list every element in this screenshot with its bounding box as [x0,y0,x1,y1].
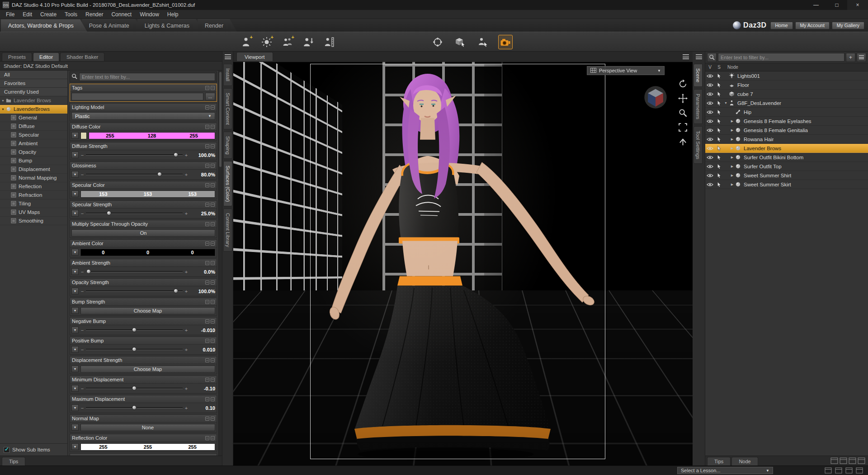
decrement-button[interactable]: − [80,152,84,158]
zoom-icon[interactable] [678,108,688,118]
dock-tab-shaping[interactable]: Shaping [223,132,232,159]
lesson-pager-icon[interactable] [835,467,843,474]
figure-selection-tool-icon[interactable] [476,35,490,49]
param-settings-icon[interactable] [205,436,209,440]
param-options-icon[interactable] [211,144,215,148]
orbit-icon[interactable] [678,79,688,89]
increment-button[interactable]: + [184,211,188,216]
param-settings-icon[interactable] [205,144,209,148]
param-options-icon[interactable] [211,417,215,421]
expand-arrow-icon[interactable]: ▼ [723,101,729,104]
param-options-icon[interactable] [211,222,215,226]
activity-tab-render[interactable]: Render [198,19,237,32]
slider-track[interactable] [86,388,183,389]
tab-viewport[interactable]: Viewport [236,52,273,61]
param-options-icon[interactable] [211,242,215,246]
pointer-icon[interactable] [715,155,723,160]
param-options-icon[interactable] [211,397,215,401]
scene-node-lavender-brows[interactable]: ▶Lavender Brows [705,144,868,153]
param-settings-icon[interactable] [205,280,209,285]
filter-all[interactable]: All [0,71,67,79]
pointer-icon[interactable] [715,146,723,151]
menu-file[interactable]: File [2,10,19,19]
param-options-icon[interactable] [211,86,215,90]
param-settings-icon[interactable] [205,417,209,421]
expand-arrow-icon[interactable]: ▶ [729,165,735,168]
menu-create[interactable]: Create [36,10,61,19]
param-settings-icon[interactable] [205,203,209,207]
param-options-icon[interactable] [211,358,215,362]
scene-node-lights001[interactable]: Lights001 [705,71,868,81]
pointer-icon[interactable] [715,73,723,79]
eye-icon[interactable] [705,164,715,169]
slider-options-button[interactable]: ▼ [71,385,79,392]
maximize-button[interactable]: □ [826,0,847,10]
scene-node-genesis-8-female-genitalia[interactable]: ▶Genesis 8 Female Genitalia [705,126,868,135]
color-swatch-bar[interactable]: 255255255 [80,443,215,451]
decrement-button[interactable]: − [80,386,84,391]
scene-node-cube-7[interactable]: cube 7 [705,90,868,99]
toggle-button[interactable]: On [71,229,215,237]
param-options-icon[interactable] [211,105,215,109]
increment-button[interactable]: + [184,289,188,294]
add-people-icon[interactable]: + [280,35,295,49]
frame-icon[interactable] [678,123,688,132]
tree-parent-lavender-brows[interactable]: ▼Lavender Brows [0,96,67,105]
tree-item-general[interactable]: General [0,114,67,122]
tree-item-specular[interactable]: Specular [0,131,67,139]
expand-arrow-icon[interactable]: ▶ [729,174,735,177]
tree-item-lavenderbrows[interactable]: ▼LavenderBrows [0,105,67,114]
scene-node-sweet-summer-skirt[interactable]: ▶Sweet Summer Skirt [705,180,868,189]
pointer-icon[interactable] [715,82,723,88]
param-options-icon[interactable] [211,261,215,265]
tree-item-smoothing[interactable]: Smoothing [0,217,67,225]
slider-track[interactable] [86,290,183,292]
pointer-icon[interactable] [715,100,723,106]
expand-arrow-icon[interactable]: ▼ [0,108,6,111]
tree-item-reflection[interactable]: Reflection [0,182,67,191]
expand-arrow-icon[interactable]: ▶ [729,138,735,141]
slider-handle[interactable] [174,152,178,157]
surfaces-tab-presets[interactable]: Presets [2,52,32,61]
slider-handle[interactable] [157,172,162,176]
pointer-icon[interactable] [715,164,723,169]
param-options-icon[interactable] [211,203,215,207]
param-settings-icon[interactable] [205,222,209,226]
surfaces-tab-shader-baker[interactable]: Shader Baker [60,52,104,61]
tags-input[interactable] [71,93,203,100]
decrement-button[interactable]: − [80,172,84,177]
view-selector[interactable]: Perspective View ▼ [587,66,665,75]
slider-track[interactable] [86,407,183,408]
dropdown-lighting-model[interactable]: Plastic▼ [71,112,215,120]
param-settings-icon[interactable] [205,242,209,246]
eye-icon[interactable] [705,92,715,96]
param-settings-icon[interactable] [205,378,209,382]
pane-page-icon[interactable] [858,457,865,464]
tree-item-refraction[interactable]: Refraction [0,191,67,200]
menu-tools[interactable]: Tools [61,10,81,19]
viewport-menu-icon[interactable] [683,54,689,59]
expand-arrow-icon[interactable]: ▶ [729,183,735,186]
tree-item-normal-mapping[interactable]: Normal Mapping [0,174,67,182]
color-swatch-bar[interactable]: 000 [80,249,215,256]
dock-tab-install[interactable]: Install [223,64,232,86]
dock-tab-smart-content[interactable]: Smart Content [223,88,232,129]
param-options-icon[interactable] [211,125,215,129]
add-light-icon[interactable]: + [259,35,274,49]
param-settings-icon[interactable] [205,300,209,304]
panel-menu-icon[interactable] [696,54,702,59]
eye-icon[interactable] [705,137,715,142]
slider-handle[interactable] [86,269,91,274]
pointer-icon[interactable] [715,182,723,187]
slider-options-button[interactable]: ▼ [71,327,79,333]
panel-menu-icon[interactable] [225,54,231,59]
color-options-button[interactable]: ▼ [71,249,79,256]
surface-filter-input[interactable] [79,73,215,81]
scene-node-genesis-8-female-eyelashes[interactable]: ▶Genesis 8 Female Eyelashes [705,117,868,126]
scene-filter-input[interactable] [718,53,844,62]
add-actor-icon[interactable]: + [239,35,253,49]
increment-button[interactable]: + [184,405,188,411]
eye-icon[interactable] [705,74,715,78]
close-button[interactable]: × [847,0,868,10]
slider-options-button[interactable]: ▼ [71,210,79,217]
